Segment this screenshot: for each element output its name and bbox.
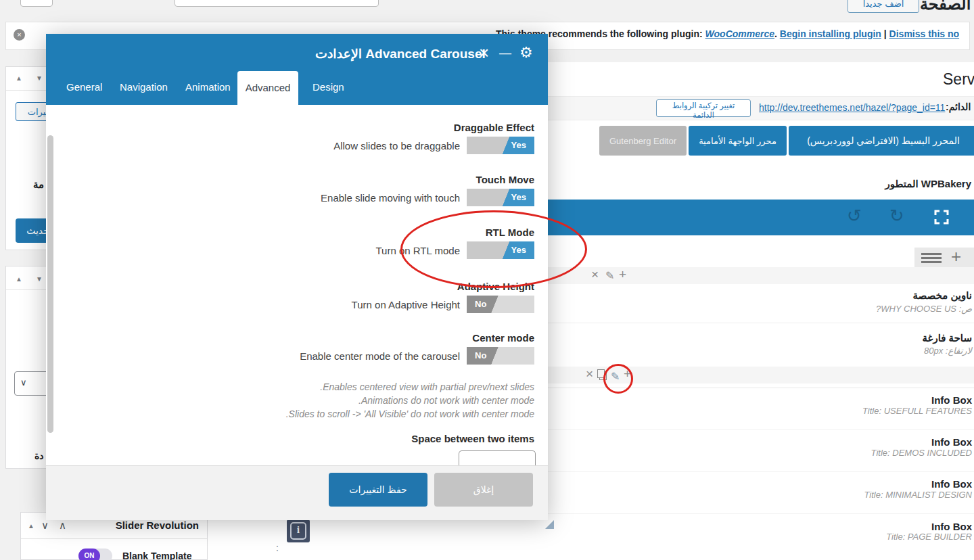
save-changes-button[interactable]: حفظ التغييرات bbox=[329, 473, 427, 507]
tab-advanced[interactable]: Advanced bbox=[237, 71, 298, 105]
info-box-title[interactable]: Info Box bbox=[839, 394, 972, 406]
field-heading: Touch Move bbox=[331, 174, 534, 185]
chevron-up-icon[interactable]: ∧ bbox=[59, 519, 66, 532]
center-mode-note: .Enables centered view with partial prev… bbox=[264, 381, 534, 392]
toolbar-cut-button-2[interactable] bbox=[175, 0, 379, 7]
colon-text: : bbox=[276, 542, 279, 553]
field-heading: Draggable Effect bbox=[331, 122, 534, 133]
permalink-label: الدائم: bbox=[946, 101, 971, 112]
info-box-subtitle: Title: DEMOS INCLUDED bbox=[839, 448, 972, 458]
minimize-icon[interactable]: — bbox=[499, 46, 511, 60]
dismiss-notice-link[interactable]: Dismiss this no bbox=[889, 28, 959, 39]
tab-navigation[interactable]: Navigation bbox=[120, 81, 168, 93]
info-box-subtitle: Title: USEFULL FEATURES bbox=[839, 406, 972, 416]
field-heading: Center mode bbox=[331, 332, 534, 344]
modal-title: الإعدادت Advanced Carousel bbox=[315, 46, 486, 62]
info-box-title[interactable]: Info Box bbox=[839, 478, 972, 490]
edit-icon-highlight-circle bbox=[603, 364, 633, 394]
page-title: الصفحة bbox=[920, 0, 971, 14]
fullscreen-icon[interactable] bbox=[933, 209, 950, 228]
wpbakery-label: المتطور WPBakery bbox=[873, 178, 971, 190]
document-title: Serv bbox=[943, 70, 974, 89]
chevron-down-icon[interactable]: ∨ bbox=[41, 519, 49, 532]
begin-install-link[interactable]: Begin installing plugin bbox=[780, 28, 881, 39]
toggle-value: Yes bbox=[511, 192, 526, 202]
sort-up-icon[interactable]: ▲ bbox=[16, 74, 22, 82]
tab-general[interactable]: General bbox=[66, 81, 102, 93]
on-toggle-label: ON bbox=[78, 549, 100, 560]
info-box-title[interactable]: Info Box bbox=[839, 521, 972, 532]
info-icon[interactable]: i bbox=[287, 519, 310, 542]
info-box-subtitle: Title: PAGE BUILDER bbox=[839, 532, 972, 542]
add-new-button[interactable]: أضف جديدا bbox=[848, 0, 919, 13]
toggle-value: No bbox=[475, 299, 486, 309]
close-button[interactable]: إغلاق bbox=[434, 473, 533, 507]
row1-delete-icon[interactable]: × bbox=[591, 269, 599, 280]
rtl-mode-highlight-ellipse bbox=[400, 210, 587, 288]
gutenberg-editor-button[interactable]: Gutenberg Editor bbox=[599, 126, 687, 156]
sort-up-icon[interactable]: ▲ bbox=[28, 522, 34, 530]
row1-edit-icon[interactable]: ✎ bbox=[605, 271, 614, 281]
center-mode-note: .Slides to scroll -> 'All Visible' do no… bbox=[264, 409, 534, 419]
redo-icon[interactable]: ↻ bbox=[889, 207, 904, 225]
row1-add-icon[interactable]: + bbox=[619, 269, 626, 280]
permalink-url[interactable]: http://dev.treethemes.net/hazel/?page_id… bbox=[759, 102, 945, 113]
on-toggle[interactable]: ON bbox=[78, 549, 112, 560]
frontend-editor-button[interactable]: محرر الواجهة الأمامية bbox=[689, 126, 787, 156]
adaptive-height-toggle[interactable]: No bbox=[467, 296, 534, 313]
notice-dismiss-icon[interactable]: × bbox=[14, 29, 25, 41]
modal-scrollbar[interactable] bbox=[47, 135, 53, 433]
empty-space-subtitle: 80px :لارتفاع bbox=[839, 346, 972, 356]
chevron-down-icon: ∨ bbox=[20, 377, 27, 388]
slider-revolution-title: Slider Revolution bbox=[116, 519, 199, 531]
touch-move-toggle[interactable]: Yes bbox=[467, 189, 534, 206]
draggable-toggle[interactable]: Yes bbox=[467, 137, 534, 154]
notice-text: This theme recommends the following plug… bbox=[496, 28, 959, 39]
publish-text: مة bbox=[33, 179, 44, 191]
undo-icon[interactable]: ↺ bbox=[847, 207, 862, 225]
add-element-icon[interactable]: + bbox=[951, 246, 961, 267]
wordpress-admin-page: { "colors":{"accent":"#1f7db6","toggle_y… bbox=[0, 0, 974, 560]
classic-editor-button[interactable]: المحرر البسيط (الافتراضي لووردبريس) bbox=[789, 126, 974, 156]
field-label: Enable slide moving with touch bbox=[257, 192, 460, 204]
custom-heading-title[interactable]: ناوين مخصصة bbox=[839, 289, 972, 302]
notice-separator: | bbox=[881, 28, 889, 39]
empty-space-title[interactable]: ساحة فارغة bbox=[839, 332, 972, 344]
center-mode-toggle[interactable]: No bbox=[467, 347, 534, 365]
toolbar-cut-button-1[interactable] bbox=[20, 0, 53, 7]
blank-template-label: Blank Template bbox=[122, 551, 191, 560]
toggle-value: Yes bbox=[511, 140, 526, 150]
sort-down-icon[interactable]: ▼ bbox=[36, 275, 43, 283]
toggle-value: No bbox=[475, 350, 486, 360]
tab-animation[interactable]: Animation bbox=[185, 81, 231, 93]
resize-grip-icon[interactable] bbox=[545, 520, 554, 529]
close-icon[interactable]: × bbox=[479, 43, 489, 64]
field-label: Turn on Adaptive Height bbox=[257, 299, 460, 310]
info-box-title[interactable]: Info Box bbox=[839, 436, 972, 448]
custom-heading-subtitle: ?WHY CHOOSE US :ص bbox=[839, 304, 972, 314]
gear-icon[interactable]: ⚙ bbox=[519, 44, 533, 62]
sort-up-icon[interactable]: ▲ bbox=[16, 275, 22, 283]
info-icon-glyph: i bbox=[290, 522, 306, 540]
center-mode-note: .Animations do not work with center mode bbox=[264, 395, 534, 406]
field-heading: Space between two items bbox=[331, 433, 534, 444]
hamburger-icon[interactable] bbox=[921, 248, 942, 268]
sort-down-icon[interactable]: ▼ bbox=[36, 74, 43, 82]
field-label: Allow slides to be draggable bbox=[257, 140, 460, 151]
row2-delete-icon[interactable]: × bbox=[586, 369, 593, 379]
notice-after-plugin: . bbox=[774, 28, 780, 39]
field-label: Enable center mode of the carousel bbox=[257, 350, 460, 362]
tab-design[interactable]: Design bbox=[312, 81, 344, 93]
woocommerce-link[interactable]: WooCommerce bbox=[705, 28, 774, 39]
change-permalink-button[interactable]: تغيير تركيبة الروابط الدائمة bbox=[656, 99, 751, 117]
info-box-subtitle: Title: MINIMALIST DESIGN bbox=[839, 490, 972, 500]
attributes-text: دة bbox=[34, 450, 44, 461]
